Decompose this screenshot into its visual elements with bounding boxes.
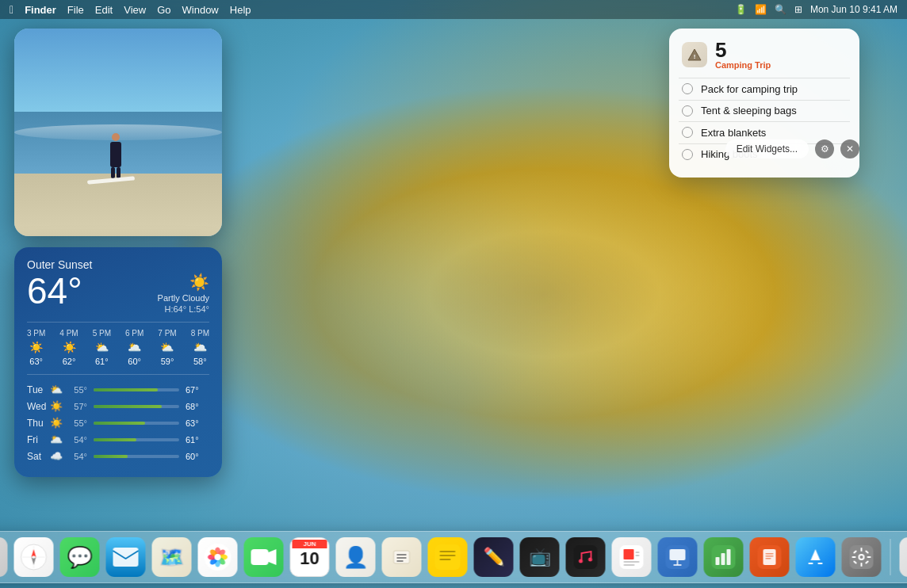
reminder-item-2[interactable]: Tent & sleeping bags bbox=[682, 100, 847, 121]
weather-hilo: H:64° L:54° bbox=[164, 304, 209, 314]
hour-label-6pm: 6 PM bbox=[125, 329, 144, 338]
menubar-left:  Finder File Edit View Go Window Help bbox=[10, 3, 251, 16]
svg-rect-30 bbox=[251, 549, 269, 565]
settings-icon: ⚙ bbox=[821, 143, 829, 155]
dock-item-calendar[interactable]: JUN 10 bbox=[289, 536, 331, 578]
contacts-person-icon: 👤 bbox=[343, 545, 369, 570]
dock-item-numbers[interactable] bbox=[703, 536, 744, 578]
contacts-icon: 👤 bbox=[336, 537, 376, 577]
forecast-low-fri: 54° bbox=[63, 435, 87, 445]
settings-gear-icon bbox=[850, 545, 874, 569]
forecast-icon-tue: ⛅ bbox=[49, 384, 63, 395]
notes-icon bbox=[428, 537, 468, 577]
person-head bbox=[112, 133, 120, 141]
messages-icon: 💬 bbox=[60, 537, 100, 577]
forecast-bar-wed bbox=[94, 405, 162, 408]
keynote-icon bbox=[658, 537, 698, 577]
hour-label-7pm: 7 PM bbox=[158, 329, 176, 338]
forecast-icon-sat: ☁️ bbox=[49, 450, 63, 462]
dock-item-freeform[interactable]: ✏️ bbox=[473, 536, 515, 578]
reminder-checkbox-3[interactable] bbox=[682, 127, 693, 138]
forecast-day-thu: Thu bbox=[27, 418, 49, 429]
calendar-icon: JUN 10 bbox=[290, 537, 330, 577]
dock-item-notes[interactable] bbox=[427, 536, 469, 578]
forecast-row-thu: Thu ☀️ 55° 63° bbox=[27, 414, 209, 431]
appletv-tv-icon: 📺 bbox=[529, 547, 550, 567]
dock-item-music[interactable] bbox=[565, 536, 607, 578]
mail-icon bbox=[106, 537, 146, 577]
dock-item-settings[interactable] bbox=[841, 536, 882, 578]
menubar-help[interactable]: Help bbox=[230, 4, 251, 16]
widget-settings-button[interactable]: ⚙ bbox=[815, 139, 834, 158]
weather-condition-icon: ☀️ bbox=[189, 273, 209, 292]
menubar-window[interactable]: Window bbox=[182, 4, 219, 16]
search-icon[interactable]: 🔍 bbox=[775, 4, 786, 15]
datetime: Mon Jun 10 9:41 AM bbox=[810, 4, 897, 15]
reminder-item-1[interactable]: Pack for camping trip bbox=[682, 78, 847, 100]
dock-item-contacts[interactable]: 👤 bbox=[335, 536, 377, 578]
close-icon: ✕ bbox=[846, 143, 854, 155]
dock-item-messages[interactable]: 💬 bbox=[59, 536, 101, 578]
reminders-header: ! 5 Camping Trip bbox=[682, 40, 847, 70]
hour-icon-3pm: ☀️ bbox=[29, 341, 43, 353]
menubar-finder[interactable]: Finder bbox=[25, 4, 56, 16]
hour-icon-4pm: ☀️ bbox=[63, 341, 76, 353]
svg-marker-31 bbox=[269, 549, 277, 565]
weather-location: Outer Sunset bbox=[27, 258, 209, 271]
appletv-icon: 📺 bbox=[520, 537, 560, 577]
svg-rect-60 bbox=[766, 556, 774, 557]
reminders-app-icon: ! bbox=[682, 42, 707, 67]
photos-flower-icon bbox=[204, 543, 232, 571]
reminders-count-section: 5 Camping Trip bbox=[715, 40, 771, 70]
menubar-view[interactable]: View bbox=[124, 4, 146, 16]
safari-compass-icon bbox=[20, 543, 48, 571]
forecast-bar-tue bbox=[94, 388, 158, 391]
reminder-checkbox-4[interactable] bbox=[682, 149, 693, 160]
svg-rect-56 bbox=[727, 549, 731, 565]
dock-item-pages[interactable] bbox=[749, 536, 790, 578]
dock-item-appstore[interactable] bbox=[795, 536, 836, 578]
photo-widget-bg bbox=[14, 29, 222, 236]
pages-document-icon bbox=[758, 545, 782, 569]
person-legs bbox=[111, 167, 121, 178]
reminder-checkbox-2[interactable] bbox=[682, 105, 693, 116]
svg-point-64 bbox=[860, 556, 863, 559]
reminder-checkbox-1[interactable] bbox=[682, 83, 693, 94]
menubar-edit[interactable]: Edit bbox=[95, 4, 113, 16]
dock-item-appletv[interactable]: 📺 bbox=[519, 536, 561, 578]
forecast-day-tue: Tue bbox=[27, 384, 49, 395]
photo-person bbox=[110, 133, 121, 178]
menubar-file[interactable]: File bbox=[67, 4, 84, 16]
forecast-day-wed: Wed bbox=[27, 401, 49, 412]
menubar-go[interactable]: Go bbox=[157, 4, 170, 16]
weather-hour-7pm: 7 PM ⛅ 59° bbox=[158, 329, 176, 366]
dock-item-keynote[interactable] bbox=[657, 536, 698, 578]
edit-widgets-button[interactable]: Edit Widgets... bbox=[725, 139, 809, 158]
forecast-bar-container-thu bbox=[94, 422, 179, 425]
hour-icon-5pm: ⛅ bbox=[95, 341, 109, 353]
dock-item-photos[interactable] bbox=[197, 536, 239, 578]
messages-bubble-icon: 💬 bbox=[67, 545, 93, 570]
dock-item-safari[interactable] bbox=[13, 536, 55, 578]
svg-rect-66 bbox=[861, 563, 863, 567]
dock-item-facetime[interactable] bbox=[243, 536, 285, 578]
widget-close-button[interactable]: ✕ bbox=[840, 139, 859, 158]
dock-item-reminders[interactable] bbox=[381, 536, 423, 578]
apple-menu[interactable]:  bbox=[10, 3, 13, 16]
dock-item-mail[interactable] bbox=[105, 536, 147, 578]
dock-item-iphone[interactable] bbox=[899, 536, 908, 578]
svg-rect-61 bbox=[766, 558, 771, 559]
hour-icon-7pm: ⛅ bbox=[160, 341, 174, 353]
dock-item-news[interactable] bbox=[611, 536, 653, 578]
keynote-presentation-icon bbox=[666, 545, 690, 569]
svg-rect-58 bbox=[763, 549, 776, 565]
svg-rect-39 bbox=[440, 559, 451, 560]
svg-rect-50 bbox=[670, 549, 686, 560]
forecast-low-wed: 57° bbox=[63, 402, 87, 411]
numbers-icon bbox=[704, 537, 744, 577]
dock-item-launchpad[interactable] bbox=[0, 536, 9, 578]
forecast-bar-sat bbox=[94, 455, 128, 458]
dock-item-maps[interactable]: 🗺️ bbox=[151, 536, 193, 578]
forecast-row-tue: Tue ⛅ 55° 67° bbox=[27, 381, 209, 398]
controlcenter-icon[interactable]: ⊞ bbox=[794, 4, 802, 15]
